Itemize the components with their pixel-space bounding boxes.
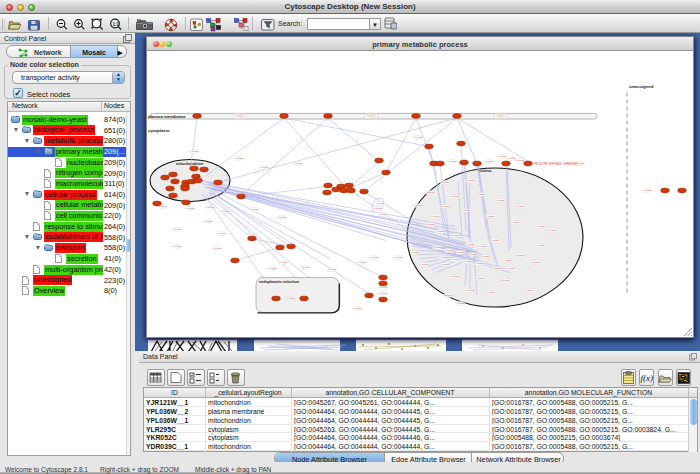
- svg-text:Yxx12C: Yxx12C: [475, 262, 484, 265]
- svg-text:Yxx12C: Yxx12C: [491, 239, 500, 242]
- svg-text:Yxx12C: Yxx12C: [466, 289, 475, 292]
- svg-text:Yxx12C: Yxx12C: [486, 291, 495, 294]
- svg-text:f(x): f(x): [641, 373, 654, 383]
- svg-text:Yxx12C: Yxx12C: [516, 254, 525, 257]
- svg-text:Yxx12C: Yxx12C: [496, 114, 505, 118]
- svg-text:Yxx12C: Yxx12C: [469, 253, 478, 256]
- svg-text:Yxx12C: Yxx12C: [503, 259, 512, 262]
- svg-text:Yxx12C: Yxx12C: [173, 245, 182, 248]
- svg-text:Yxx12C: Yxx12C: [358, 261, 367, 264]
- svg-text:Yxx12C: Yxx12C: [268, 267, 277, 270]
- svg-text:Yxx12C: Yxx12C: [353, 307, 362, 310]
- svg-text:Yxx12C: Yxx12C: [496, 199, 505, 202]
- svg-text:Yxx12C: Yxx12C: [548, 229, 557, 232]
- svg-text:Yxx12C: Yxx12C: [485, 160, 494, 163]
- svg-text:endoplasmic reticulum: endoplasmic reticulum: [259, 280, 300, 284]
- svg-text:Yxx12C: Yxx12C: [451, 275, 460, 278]
- svg-text:Yxx12C: Yxx12C: [498, 155, 507, 158]
- svg-text:cytoplasm: cytoplasm: [148, 128, 170, 133]
- svg-text:Yxx12C: Yxx12C: [204, 220, 213, 223]
- svg-text:Yxx12C: Yxx12C: [213, 247, 222, 250]
- svg-text:Yxx12C: Yxx12C: [294, 162, 303, 165]
- svg-text:Yxx12C: Yxx12C: [441, 181, 450, 184]
- svg-text:Yxx12C: Yxx12C: [451, 234, 460, 237]
- svg-text:Yxx12C: Yxx12C: [394, 256, 403, 259]
- svg-text:Yxx12C: Yxx12C: [411, 251, 420, 254]
- svg-text:Yxx12C: Yxx12C: [643, 189, 652, 192]
- svg-text:Yxx12C: Yxx12C: [287, 297, 296, 300]
- svg-text:mitochondrion: mitochondrion: [176, 161, 204, 166]
- svg-text:Yxx12C: Yxx12C: [376, 202, 385, 205]
- svg-text:Yxx12C: Yxx12C: [457, 251, 466, 254]
- svg-text:Yxx12C: Yxx12C: [451, 195, 460, 198]
- svg-text:Yxx12C: Yxx12C: [506, 267, 515, 270]
- svg-text:Yxx12C: Yxx12C: [436, 230, 445, 233]
- svg-text:Yxx12C: Yxx12C: [501, 279, 510, 282]
- svg-text:Yxx12C: Yxx12C: [414, 204, 423, 207]
- svg-text:Yxx12C: Yxx12C: [206, 206, 215, 209]
- svg-text:Yxx12C: Yxx12C: [379, 292, 388, 295]
- svg-text:Yxx12C: Yxx12C: [431, 215, 440, 218]
- svg-text:Yxx12C: Yxx12C: [379, 286, 388, 289]
- svg-text:plasma membrane: plasma membrane: [148, 114, 186, 119]
- svg-text:Yxx12C: Yxx12C: [448, 160, 457, 163]
- svg-text:Yxx12C: Yxx12C: [328, 268, 337, 271]
- svg-text:Yxx12C: Yxx12C: [374, 207, 383, 210]
- svg-text:Yxx12C: Yxx12C: [190, 150, 199, 153]
- svg-text:Yxx12C: Yxx12C: [486, 215, 495, 218]
- svg-text:Yxx12C: Yxx12C: [441, 263, 450, 266]
- svg-text:Yxx12C: Yxx12C: [466, 179, 475, 182]
- svg-text:Yxx12C: Yxx12C: [278, 216, 287, 219]
- svg-text:Yxx12C: Yxx12C: [414, 136, 423, 139]
- svg-text:Yxx12C: Yxx12C: [217, 232, 226, 235]
- svg-text:Yxx12C: Yxx12C: [476, 277, 485, 280]
- svg-text:Yxx12C: Yxx12C: [536, 225, 545, 228]
- svg-text:Yxx12C: Yxx12C: [511, 221, 520, 224]
- svg-text:Yxx12C: Yxx12C: [481, 255, 490, 258]
- svg-text:Yxx12C: Yxx12C: [466, 243, 475, 246]
- svg-text:Yxx12C: Yxx12C: [478, 245, 487, 248]
- svg-text:Yxx12C: Yxx12C: [173, 228, 182, 231]
- svg-text:Yxx12C: Yxx12C: [439, 256, 448, 259]
- svg-text:Yxx12C: Yxx12C: [301, 266, 310, 269]
- svg-text:YKL217W YDR345C YHR096C: YKL217W YDR345C YHR096C: [533, 162, 578, 166]
- svg-text:Yxx12C: Yxx12C: [235, 114, 244, 118]
- svg-text:Yxx12C: Yxx12C: [516, 205, 525, 208]
- svg-text:Yxx12C: Yxx12C: [186, 207, 195, 210]
- svg-text:Yxx12C: Yxx12C: [379, 213, 388, 216]
- svg-text:Yxx12C: Yxx12C: [531, 261, 540, 264]
- svg-text:Yxx12C: Yxx12C: [221, 210, 230, 213]
- svg-text:Yxx12C: Yxx12C: [250, 208, 259, 211]
- svg-text:Yxx12C: Yxx12C: [524, 289, 533, 292]
- svg-text:Yxx12C: Yxx12C: [235, 157, 244, 160]
- svg-text:Yxx12C: Yxx12C: [366, 114, 375, 118]
- svg-text:Yxx12C: Yxx12C: [476, 193, 485, 196]
- svg-text:Yxx12C: Yxx12C: [426, 223, 435, 226]
- svg-text:Yxx12C: Yxx12C: [444, 294, 453, 297]
- svg-text:Yxx12C: Yxx12C: [461, 209, 470, 212]
- svg-text:Yxx12C: Yxx12C: [433, 246, 442, 249]
- svg-text:Yxx12C: Yxx12C: [441, 205, 450, 208]
- svg-text:Yxx12C: Yxx12C: [456, 302, 465, 305]
- svg-text:Yxx12C: Yxx12C: [279, 261, 288, 264]
- svg-text:nucleus: nucleus: [478, 169, 492, 173]
- svg-text:unassigned: unassigned: [629, 84, 654, 89]
- svg-text:Yxx12C: Yxx12C: [451, 258, 460, 261]
- svg-text:Yxx12C: Yxx12C: [260, 166, 269, 169]
- svg-text:Yxx12C: Yxx12C: [536, 244, 545, 247]
- svg-text:Yxx12C: Yxx12C: [493, 267, 502, 270]
- svg-text:Yxx12C: Yxx12C: [445, 249, 454, 252]
- svg-text:Yxx12C: Yxx12C: [516, 159, 525, 162]
- svg-text:Yxx12C: Yxx12C: [463, 260, 472, 263]
- svg-text:1:1: 1:1: [113, 22, 120, 27]
- svg-text:Yxx12C: Yxx12C: [507, 157, 516, 160]
- svg-text:Yxx12C: Yxx12C: [426, 191, 435, 194]
- svg-text:Yxx12C: Yxx12C: [420, 263, 429, 266]
- svg-text:Yxx12C: Yxx12C: [370, 256, 379, 259]
